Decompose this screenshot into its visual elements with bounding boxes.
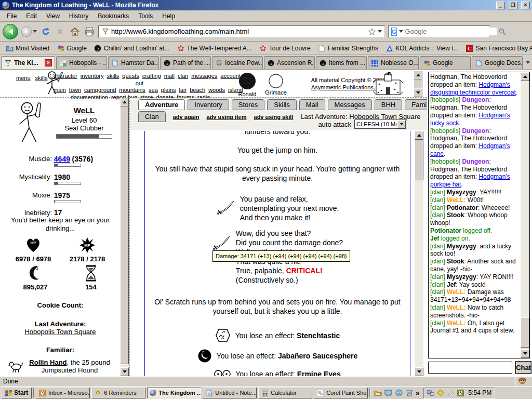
scroll-down-button[interactable]	[521, 349, 529, 358]
tab-items[interactable]: Items from ...	[316, 56, 367, 69]
bookmark-familiar-strengths[interactable]: Familiar Strengths	[315, 43, 381, 53]
antivirus-icon[interactable]	[437, 389, 445, 397]
select-dropdown-icon[interactable]	[397, 120, 406, 128]
charpane-scrollbar[interactable]	[120, 98, 129, 376]
recycle-bin-icon[interactable]	[405, 389, 413, 397]
print-button[interactable]	[84, 26, 95, 37]
bookmark-well-tempered[interactable]: The Well-Tempered A...	[175, 43, 255, 53]
scroll-up-button[interactable]	[414, 71, 422, 79]
ie-globe-icon[interactable]	[395, 389, 403, 397]
bookmark-sf-bay[interactable]: CSan Francisco Bay Ar...	[463, 43, 532, 53]
forward-button[interactable]	[21, 26, 32, 37]
link-campground[interactable]: campground	[84, 87, 116, 93]
search-magnifier-icon[interactable]	[499, 28, 507, 35]
task-corel[interactable]: Corel Paint Sho...	[314, 388, 368, 398]
my-computer-icon[interactable]	[384, 389, 392, 397]
bookmark-chillin[interactable]: Chillin' and Loathin' at...	[91, 43, 172, 53]
link-woods[interactable]: woods	[208, 87, 225, 93]
monkey-extension-icon[interactable]	[518, 377, 527, 387]
stop-button[interactable]: ×	[55, 26, 66, 37]
scroll-down-button[interactable]	[414, 88, 422, 97]
menu-file[interactable]: File	[2, 11, 21, 21]
bookmark-tour-de-louvre[interactable]: Tour de Louvre	[257, 43, 313, 53]
tab-google[interactable]: Google	[420, 56, 471, 69]
link-crafting[interactable]: crafting	[142, 73, 161, 79]
chat-input[interactable]	[428, 362, 512, 374]
chat-scrollbar[interactable]	[521, 72, 529, 358]
adv-using-item-link[interactable]: adv using item	[207, 114, 247, 120]
link-menu[interactable]: menu	[16, 75, 31, 81]
tab-list-dropdown-icon[interactable]	[526, 61, 530, 64]
tab-inventory[interactable]: Inventory	[188, 99, 229, 110]
auto-attack-select[interactable]: CLEESH (10 Mu	[354, 119, 406, 129]
mainpane-scrollbar[interactable]	[415, 131, 423, 376]
link-clan[interactable]: clan	[178, 73, 188, 79]
url-input[interactable]	[111, 28, 366, 35]
link-plains[interactable]: plains	[161, 87, 176, 93]
tab-hobopolis[interactable]: Hobopolis - ...	[56, 56, 107, 69]
link-beach[interactable]: beach	[190, 87, 205, 93]
link-inventory[interactable]: inventory	[81, 73, 104, 79]
character-name-link[interactable]: WeLL	[74, 106, 95, 115]
task-kingdom[interactable]: The Kingdom ...	[147, 388, 201, 398]
bookmark-most-visited[interactable]: Most Visited	[3, 43, 52, 53]
scroll-thumb[interactable]	[415, 140, 423, 180]
back-button[interactable]	[3, 24, 18, 39]
tab-kingdom[interactable]: The Ki...×	[1, 56, 55, 69]
scroll-thumb[interactable]	[120, 107, 129, 364]
scroll-thumb[interactable]	[521, 317, 529, 348]
tab-noblesse[interactable]: Noblesse O...	[368, 56, 419, 69]
chat-send-button[interactable]: Chat	[515, 361, 531, 374]
tab-path[interactable]: Path of the ...	[160, 56, 211, 69]
tab-adventure[interactable]: Adventure	[138, 99, 185, 110]
task-inbox[interactable]: Inbox - Microso...	[36, 388, 90, 398]
tab-skills[interactable]: Skills	[267, 99, 296, 110]
tab-bhh[interactable]: BHH	[375, 99, 402, 110]
overflow-chevron[interactable]: »	[416, 389, 419, 397]
engine-dropdown-icon[interactable]	[399, 30, 403, 33]
adv-using-skill-link[interactable]: adv using skill	[254, 114, 294, 120]
tab-clan[interactable]: Clan	[138, 111, 166, 122]
link-mall[interactable]: mall	[164, 73, 175, 79]
last-adventure-link[interactable]: Hobopolis Town Square	[24, 328, 96, 336]
tab-stores[interactable]: Stores	[232, 99, 265, 110]
tab-hamster[interactable]: Hamster Da...	[108, 56, 159, 69]
tab-ascension[interactable]: Ascension R...	[264, 56, 315, 69]
tab-google-docs[interactable]: Google Docs...	[472, 56, 523, 69]
link-messages[interactable]: messages	[191, 73, 217, 79]
task-calculator[interactable]: Calculator	[258, 388, 312, 398]
restore-button[interactable]: ❒	[509, 2, 517, 9]
open-folder-icon[interactable]	[374, 389, 382, 397]
network-icon[interactable]	[427, 389, 435, 397]
pen-icon[interactable]	[447, 389, 455, 397]
link-main[interactable]: main	[54, 87, 66, 93]
tab-messages[interactable]: Messages	[328, 99, 372, 110]
scroll-up-button[interactable]	[521, 72, 529, 81]
muscle-value[interactable]: 4649	[54, 155, 70, 163]
scroll-down-button[interactable]	[120, 367, 129, 376]
bookmark-star-icon[interactable]	[368, 28, 376, 35]
link-town[interactable]: town	[69, 87, 81, 93]
scroll-thumb[interactable]	[414, 79, 422, 88]
link-quests[interactable]: quests	[122, 73, 139, 79]
scheduler-clock-icon[interactable]	[457, 389, 464, 397]
menu-bookmarks[interactable]: Bookmarks	[93, 11, 134, 21]
menu-history[interactable]: History	[64, 11, 93, 21]
tab-mall[interactable]: Mall	[299, 99, 325, 110]
url-dropdown-icon[interactable]	[378, 30, 382, 33]
menu-help[interactable]: Help	[157, 11, 180, 21]
close-button[interactable]: ×	[521, 2, 530, 9]
reload-button[interactable]	[40, 26, 51, 37]
google-engine-icon[interactable]: G	[391, 28, 397, 36]
link-skills2[interactable]: skills	[107, 73, 119, 79]
home-button[interactable]	[69, 26, 81, 37]
tab-close-icon[interactable]: ×	[45, 59, 52, 66]
bookmark-google[interactable]: Google	[54, 43, 89, 53]
menu-view[interactable]: View	[42, 11, 64, 21]
link-sea[interactable]: sea	[149, 87, 158, 93]
tab-iocaine[interactable]: Iocaine Pow...	[212, 56, 263, 69]
minimize-button[interactable]: _	[496, 2, 505, 9]
topframe-scrollbar[interactable]	[414, 71, 422, 97]
link-mountains[interactable]: mountains	[119, 87, 145, 93]
task-reminders[interactable]: 6 Reminders	[91, 388, 145, 398]
